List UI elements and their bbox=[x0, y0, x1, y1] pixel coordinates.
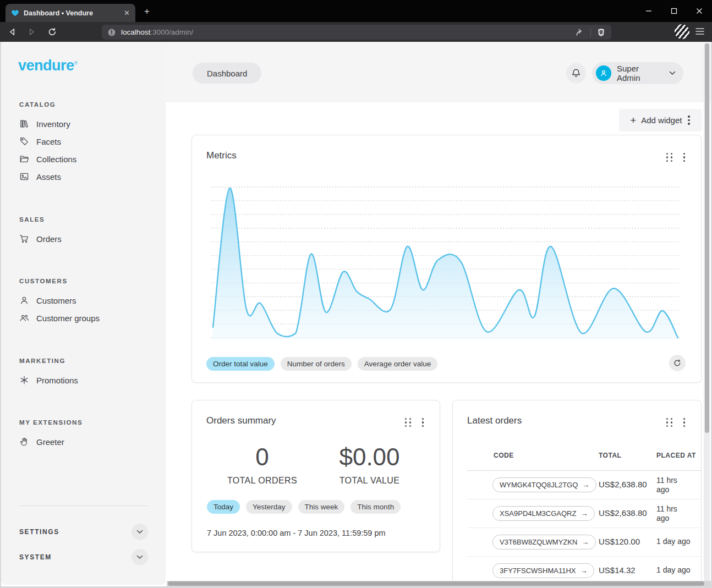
sidebar-item-label: Orders bbox=[36, 234, 62, 244]
sidebar-item-orders[interactable]: Orders bbox=[19, 230, 155, 248]
sidebar-item-facets[interactable]: Facets bbox=[19, 133, 155, 150]
add-widget-button[interactable]: + Add widget bbox=[619, 109, 702, 131]
sidebar-section-settings[interactable]: SETTINGS bbox=[19, 523, 148, 541]
user-avatar bbox=[596, 65, 611, 81]
browser-profile-avatar[interactable] bbox=[675, 24, 689, 39]
tab-title: Dashboard • Vendure bbox=[24, 9, 119, 17]
metric-chips: Order total value Number of orders Avera… bbox=[206, 357, 437, 371]
sidebar-item-promotions[interactable]: Promotions bbox=[19, 371, 155, 389]
widget-title: Latest orders bbox=[467, 415, 522, 426]
sidebar-section-system[interactable]: SYSTEM bbox=[19, 548, 148, 566]
table-row: WYMGK4TQQ8JL2TGQ→ US$2,638.80 11 hrs ago bbox=[453, 471, 701, 499]
sidebar-item-label: Customer groups bbox=[36, 314, 100, 323]
nav-section-catalog: CATALOG Inventory Facets Collections Ass… bbox=[19, 101, 155, 185]
breadcrumb[interactable]: Dashboard bbox=[193, 63, 261, 84]
plus-icon: + bbox=[630, 115, 636, 125]
column-header-total: TOTAL bbox=[599, 452, 621, 459]
add-widget-menu-icon[interactable] bbox=[687, 114, 691, 125]
widget-menu-icon[interactable] bbox=[682, 152, 686, 163]
chip-order-total-value[interactable]: Order total value bbox=[206, 357, 275, 371]
sidebar-item-collections[interactable]: Collections bbox=[19, 150, 155, 168]
sidebar-item-label: Facets bbox=[36, 137, 61, 146]
chevron-down-icon bbox=[669, 71, 676, 75]
tag-icon bbox=[19, 136, 29, 146]
nav-section-customers: CUSTOMERS Customers Customer groups bbox=[19, 278, 155, 327]
total-orders-stat: 0 TOTAL ORDERS bbox=[209, 443, 316, 486]
chip-number-of-orders[interactable]: Number of orders bbox=[281, 357, 352, 371]
total-value-stat: $0.00 TOTAL VALUE bbox=[316, 443, 423, 486]
sidebar-item-greeter[interactable]: Greeter bbox=[19, 433, 155, 450]
order-placed-at: 1 day ago bbox=[656, 537, 691, 546]
expand-system-button[interactable] bbox=[132, 549, 148, 565]
sidebar-item-inventory[interactable]: Inventory bbox=[19, 115, 155, 133]
reload-button[interactable] bbox=[44, 24, 61, 40]
sidebar-item-customers[interactable]: Customers bbox=[19, 292, 155, 309]
section-label: SYSTEM bbox=[19, 553, 52, 561]
arrow-right-icon: → bbox=[580, 509, 588, 518]
total-orders-value: 0 bbox=[209, 443, 316, 471]
table-header: CODE TOTAL PLACED AT bbox=[453, 452, 701, 463]
order-code-link[interactable]: 3FY7FSCWSHMA11HX→ bbox=[492, 563, 594, 578]
back-button[interactable] bbox=[4, 24, 21, 40]
horizontal-scrollbar-thumb[interactable] bbox=[168, 581, 704, 586]
order-code-link[interactable]: XSA9PD4LM3CGAQRZ→ bbox=[492, 506, 595, 521]
period-chips: Today Yesterday This week This month bbox=[207, 500, 401, 514]
user-name: Super Admin bbox=[617, 64, 664, 83]
users-icon bbox=[19, 313, 29, 323]
nav-section-my-extensions: MY EXTENSIONS Greeter bbox=[19, 419, 155, 450]
order-code-link[interactable]: V3T6BW8ZQLWMYZKN→ bbox=[492, 535, 596, 549]
arrow-right-icon: → bbox=[582, 481, 589, 489]
new-tab-button[interactable]: + bbox=[142, 7, 152, 17]
widget-menu-icon[interactable] bbox=[682, 417, 686, 428]
orders-summary-widget: Orders summary 0 TOTAL ORDERS $0.00 TOTA… bbox=[191, 400, 440, 552]
vertical-scrollbar-thumb[interactable] bbox=[705, 43, 709, 433]
browser-tab[interactable]: Dashboard • Vendure ✕ bbox=[6, 4, 135, 22]
order-total: US$14.32 bbox=[599, 565, 636, 575]
widget-menu-icon[interactable] bbox=[421, 417, 425, 428]
section-label: SETTINGS bbox=[19, 528, 59, 536]
column-header-placed-at: PLACED AT bbox=[656, 452, 702, 459]
drag-handle-icon[interactable] bbox=[405, 418, 412, 427]
order-placed-at: 11 hrs ago bbox=[656, 504, 691, 523]
window-maximize-button[interactable] bbox=[661, 0, 687, 22]
url-path: :3000/admin/ bbox=[150, 28, 193, 36]
share-icon[interactable] bbox=[575, 28, 585, 37]
user-menu-button[interactable]: Super Admin bbox=[592, 62, 683, 84]
section-label: MY EXTENSIONS bbox=[19, 419, 155, 426]
arrow-right-icon: → bbox=[582, 538, 589, 546]
total-value-value: $0.00 bbox=[316, 443, 423, 471]
refresh-button[interactable] bbox=[669, 355, 686, 371]
sidebar-item-label: Greeter bbox=[36, 437, 64, 447]
chip-this-week[interactable]: This week bbox=[298, 500, 345, 514]
order-code-link[interactable]: WYMGK4TQQ8JL2TGQ→ bbox=[492, 477, 596, 492]
section-label: SALES bbox=[19, 216, 155, 223]
chip-today[interactable]: Today bbox=[207, 500, 240, 514]
vendure-logo[interactable]: vendure® bbox=[18, 57, 78, 74]
chip-this-month[interactable]: This month bbox=[350, 500, 401, 514]
chip-average-order-value[interactable]: Average order value bbox=[358, 357, 437, 371]
drag-handle-icon[interactable] bbox=[666, 418, 673, 427]
forward-button[interactable] bbox=[23, 24, 40, 40]
window-controls bbox=[636, 0, 712, 22]
sidebar-item-label: Assets bbox=[36, 172, 61, 182]
window-close-button[interactable] bbox=[687, 0, 712, 22]
sidebar-item-assets[interactable]: Assets bbox=[19, 168, 155, 185]
user-icon bbox=[19, 295, 29, 305]
chip-yesterday[interactable]: Yesterday bbox=[246, 500, 292, 514]
library-icon bbox=[19, 119, 29, 129]
browser-menu-icon[interactable] bbox=[695, 27, 705, 36]
brave-shield-icon[interactable] bbox=[596, 28, 606, 37]
order-placed-at: 1 day ago bbox=[656, 565, 691, 575]
drag-handle-icon[interactable] bbox=[666, 153, 673, 162]
site-info-icon[interactable] bbox=[107, 28, 116, 37]
tab-close-icon[interactable]: ✕ bbox=[124, 9, 130, 17]
sidebar-item-label: Inventory bbox=[36, 119, 70, 129]
url-bar[interactable]: localhost:3000/admin/ bbox=[102, 25, 611, 40]
latest-orders-widget: Latest orders CODE TOTAL PLACED AT WYMGK… bbox=[452, 400, 702, 586]
notifications-button[interactable] bbox=[566, 63, 586, 83]
window-minimize-button[interactable] bbox=[636, 0, 661, 22]
column-header-code: CODE bbox=[494, 452, 514, 459]
widget-title: Metrics bbox=[206, 150, 237, 161]
sidebar-item-customer-groups[interactable]: Customer groups bbox=[19, 309, 155, 327]
expand-settings-button[interactable] bbox=[132, 524, 148, 540]
